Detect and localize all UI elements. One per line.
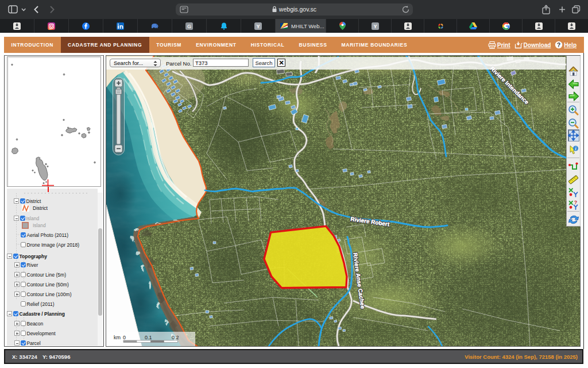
svg-text:Y: Y [373,23,377,29]
svg-text:0.1: 0.1 [145,335,152,340]
svg-text:0.2: 0.2 [172,335,179,340]
svg-text:G: G [187,23,191,29]
svg-text:Y: Y [256,23,260,29]
svg-text:km: km [114,335,121,340]
svg-text:?: ? [574,200,578,205]
svg-text:?: ? [557,41,560,48]
svg-text:0: 0 [123,335,126,340]
